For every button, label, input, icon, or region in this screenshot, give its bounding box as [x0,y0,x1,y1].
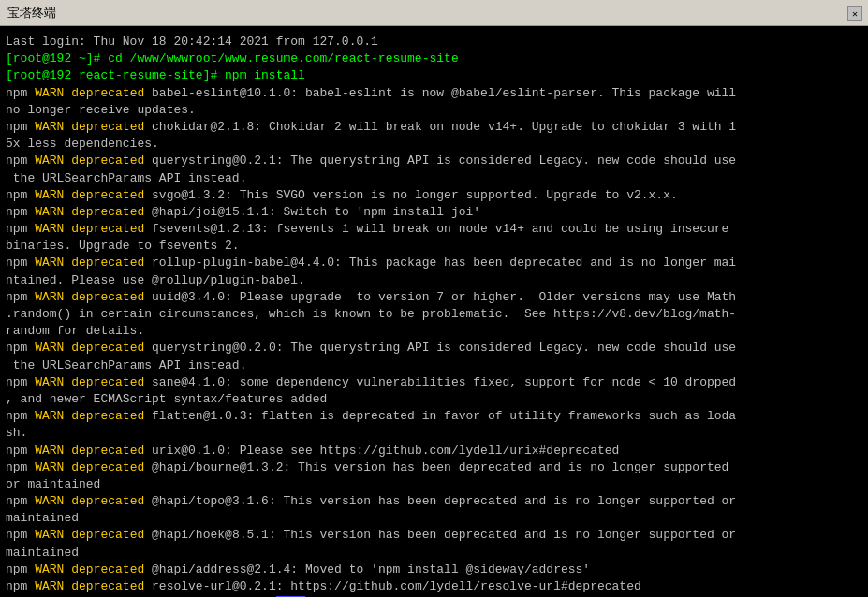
terminal-line: npm WARN deprecated urix@0.1.0: Please s… [6,443,862,459]
terminal-window[interactable]: Last login: Thu Nov 18 20:42:14 2021 fro… [0,26,868,597]
terminal-line: npm WARN deprecated querystring@0.2.1: T… [6,153,862,169]
terminal-line: npm WARN deprecated @hapi/hoek@8.5.1: Th… [6,527,862,544]
terminal-line: npm WARN deprecated @hapi/topo@3.1.6: Th… [6,493,862,510]
terminal-line: npm WARN deprecated sane@4.1.0: some dep… [6,374,862,391]
terminal-line: no longer receive updates. [6,102,862,119]
terminal-line: npm WARN deprecated @hapi/joi@15.1.1: Sw… [6,204,862,221]
terminal-line: , and newer ECMAScript syntax/features a… [6,391,862,408]
terminal-line: maintained [6,510,862,527]
terminal-line: binaries. Upgrade to fsevents 2. [6,238,862,255]
terminal-line: sh. [6,425,862,442]
terminal-line: the URLSearchParams API instead. [6,170,862,187]
terminal-line: npm WARN deprecated babel-eslint@10.1.0:… [6,85,862,102]
title-bar-text: 宝塔终端 [7,5,56,22]
terminal-line: npm WARN deprecated svgo@1.3.2: This SVG… [6,187,862,204]
terminal-line: npm WARN deprecated fsevents@1.2.13: fse… [6,221,862,238]
terminal-line: npm WARN deprecated flatten@1.0.3: flatt… [6,408,862,425]
terminal-line: npm WARN deprecated resolve-url@0.2.1: h… [6,578,862,595]
terminal-line: 5x less dependencies. [6,136,862,153]
terminal-line: ntained. Please use @rollup/plugin-babel… [6,272,862,289]
terminal-line: npm WARN deprecated @hapi/address@2.1.4:… [6,561,862,578]
terminal-line: the URLSearchParams API instead. [6,357,862,374]
close-button[interactable]: ✕ [847,6,862,21]
terminal-line: [root@192 react-resume-site]# npm instal… [6,67,862,84]
terminal-line: random for details. [6,323,862,340]
terminal-line: .random() in certain circumstances, whic… [6,306,862,323]
title-bar: 宝塔终端 ✕ [0,0,868,26]
terminal-line: npm WARN deprecated uuid@3.4.0: Please u… [6,289,862,306]
terminal-line: maintained [6,545,862,561]
terminal-line: npm WARN deprecated querystring@0.2.0: T… [6,340,862,357]
terminal-line: npm WARN deprecated rollup-plugin-babel@… [6,255,862,271]
terminal-line: npm WARN deprecated @hapi/bourne@1.3.2: … [6,459,862,476]
terminal-line: Last login: Thu Nov 18 20:42:14 2021 fro… [6,34,862,51]
terminal-line: npm WARN deprecated chokidar@2.1.8: Chok… [6,119,862,136]
terminal-line: or maintained [6,476,862,493]
terminal-line: [root@192 ~]# cd /www/wwwroot/www.resume… [6,51,862,67]
